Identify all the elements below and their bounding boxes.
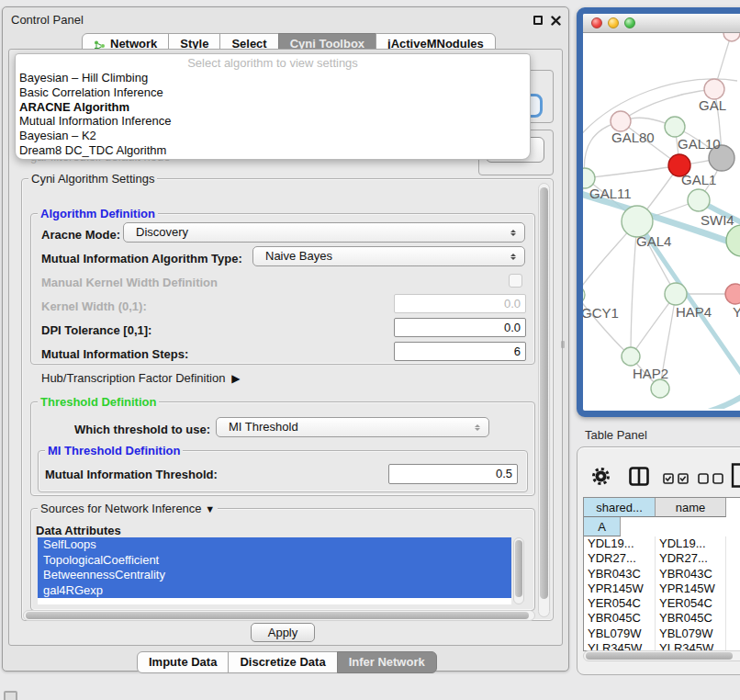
tab-label: Infer Network (349, 652, 425, 672)
combo-stepper-icon (510, 226, 518, 240)
mi-steps-input[interactable]: 6 (394, 342, 526, 361)
mi-threshold-input[interactable]: 0.5 (388, 464, 518, 484)
float-window-icon[interactable] (533, 16, 543, 25)
settings-vertical-scrollbar[interactable] (538, 183, 550, 617)
which-threshold-value: MI Threshold (229, 420, 298, 434)
column-header[interactable]: name (656, 498, 726, 517)
algorithm-definition-title: Algorithm Definition (38, 208, 158, 220)
splitter-grip[interactable] (561, 341, 565, 348)
table-cell: YDR27... (584, 551, 656, 566)
cyni-settings-group-title: Cyni Algorithm Settings (28, 173, 157, 185)
column-header[interactable]: shared... (584, 498, 656, 517)
algorithm-option[interactable]: ARACNE Algorithm (16, 100, 530, 115)
settings-horizontal-scrollbar[interactable] (23, 610, 535, 621)
algorithm-option[interactable]: Basic Correlation Inference (16, 85, 530, 100)
tab-discretize-data[interactable]: Discretize Data (228, 651, 337, 673)
network-node[interactable] (665, 283, 687, 305)
kernel-width-label: Kernel Width (0,1): (41, 299, 147, 313)
network-node[interactable] (622, 347, 640, 366)
mi-algorithm-type-select[interactable]: Naive Bayes (252, 246, 525, 266)
algorithm-option[interactable]: Bayesian – Hill Climbing (16, 71, 530, 85)
table-cell: YBR045C (656, 611, 726, 626)
table-cell: YPR145W (656, 581, 726, 596)
table-horizontal-scrollbar[interactable] (583, 650, 740, 661)
mi-type-label: Mutual Information Algorithm Type: (41, 252, 242, 265)
new-table-page-icon[interactable] (731, 463, 740, 491)
data-attribute-item[interactable]: gal4RGexp (38, 583, 511, 599)
table-cell: YBR045C (584, 611, 656, 626)
combo-stepper-icon (474, 421, 482, 435)
table-cell: YBR043C (584, 567, 656, 581)
deselect-all-checkboxes-icon[interactable] (698, 471, 723, 488)
minimized-window-icon[interactable] (4, 691, 17, 700)
which-threshold-label: Which threshold to use: (74, 423, 210, 436)
network-node[interactable] (651, 379, 669, 398)
select-all-checkboxes-icon[interactable] (663, 471, 689, 488)
network-node[interactable] (723, 33, 740, 41)
apply-button[interactable]: Apply (251, 623, 315, 642)
split-columns-icon[interactable] (629, 467, 649, 490)
sources-group-title[interactable]: Sources for Network Inference ▼ (38, 502, 218, 515)
network-node[interactable] (665, 117, 685, 137)
network-node[interactable] (583, 286, 585, 304)
table-row[interactable]: YBR043CYBR043C (584, 567, 740, 581)
network-node[interactable] (725, 284, 740, 304)
table-row[interactable]: YBL079WYBL079W (584, 627, 740, 641)
network-window-titlebar[interactable] (583, 14, 740, 33)
network-node[interactable] (726, 225, 740, 256)
dpi-tolerance-input[interactable]: 0.0 (394, 318, 526, 337)
table-row[interactable]: YDL19...YDL19...13 (584, 536, 740, 551)
network-node[interactable] (611, 111, 631, 131)
tab-infer-network[interactable]: Infer Network (337, 651, 437, 673)
network-canvas[interactable]: GALGAL80GAL10GAL1GAL11SWI4GAL4GCY1HAP4YH… (583, 33, 740, 409)
algorithm-option[interactable]: Bayesian – K2 (16, 129, 530, 143)
bottom-tab-strip: Impute DataDiscretize DataInfer Network (137, 651, 437, 673)
control-panel-window: Control Panel NetworkStyleSelectCyni Too… (2, 6, 569, 672)
hub-definition-toggle[interactable]: Hub/Transcription Factor Definition ▶ (41, 371, 241, 385)
minimize-traffic-light-icon[interactable] (608, 17, 619, 28)
algorithm-popup-prompt: Select algorithm to view settings (16, 56, 530, 71)
network-node-label: GAL10 (678, 136, 721, 152)
table-row[interactable]: YDR27...YDR27...12 (584, 551, 740, 566)
data-attribute-item[interactable]: SelfLoops (38, 537, 511, 553)
table-row[interactable]: YPR145WYPR145W9. (584, 581, 740, 596)
network-node-label: GAL4 (636, 233, 671, 249)
aracne-mode-value: Discovery (136, 225, 188, 239)
kernel-width-input[interactable]: 0.0 (394, 294, 526, 313)
data-attribute-item[interactable]: TopologicalCoefficient (38, 553, 511, 569)
chevron-down-icon: ▼ (205, 503, 215, 514)
algorithm-popup-list: Bayesian – Hill ClimbingBasic Correlatio… (16, 71, 530, 158)
scrollbar-thumb[interactable] (586, 652, 733, 660)
close-icon[interactable] (551, 16, 561, 26)
manual-kernel-width-label: Manual Kernel Width Definition (41, 276, 218, 289)
close-traffic-light-icon[interactable] (591, 17, 602, 28)
scrollbar-thumb[interactable] (540, 187, 548, 599)
table-cell: YDR27... (656, 551, 726, 566)
table-cell: YDL19... (656, 536, 726, 551)
network-node[interactable] (688, 189, 710, 211)
algorithm-option[interactable]: Dream8 DC_TDC Algorithm (16, 143, 530, 158)
manual-kernel-width-checkbox[interactable] (509, 274, 522, 288)
scrollbar-thumb[interactable] (26, 612, 529, 619)
attributes-list-scrollbar[interactable] (513, 537, 524, 604)
algorithm-option[interactable]: Mutual Information Inference (16, 114, 530, 129)
scrollbar-thumb[interactable] (515, 540, 522, 597)
table-row[interactable]: YER054CYER054C8. (584, 596, 740, 611)
aracne-mode-select[interactable]: Discovery (123, 222, 525, 243)
network-node[interactable] (704, 79, 724, 99)
zoom-traffic-light-icon[interactable] (624, 17, 635, 28)
data-attributes-list[interactable]: SelfLoopsTopologicalCoefficientBetweenne… (38, 537, 511, 604)
gear-icon[interactable] (592, 468, 610, 489)
network-node[interactable] (622, 206, 653, 237)
tab-impute-data[interactable]: Impute Data (137, 651, 229, 673)
data-attribute-item[interactable]: BetweennessCentrality (38, 568, 511, 583)
which-threshold-select[interactable]: MI Threshold (216, 417, 489, 437)
network-node-label: GAL11 (589, 186, 632, 201)
mi-threshold-group-title: MI Threshold Definition (45, 445, 183, 457)
table-cell: YBL079W (584, 627, 656, 641)
aracne-mode-label: Aracne Mode: (41, 228, 120, 242)
table-row[interactable]: YBR045CYBR045C9. (584, 611, 740, 626)
table-cell: YER054C (656, 596, 726, 611)
column-header[interactable]: A (584, 517, 621, 536)
tab-label: Discretize Data (240, 652, 325, 672)
